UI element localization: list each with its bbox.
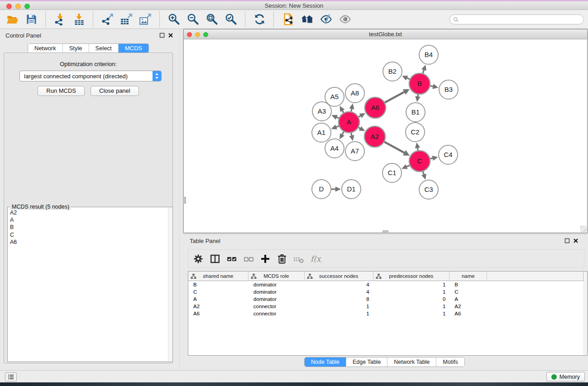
graph-edge-A-A7[interactable] (351, 133, 352, 136)
table-cell[interactable]: A2 (188, 303, 249, 310)
close-table-panel-icon[interactable] (573, 238, 578, 243)
graph-edge-A-A1[interactable] (336, 126, 339, 127)
table-cell[interactable]: dominator (249, 281, 305, 288)
table-cell[interactable]: 8 (305, 295, 373, 303)
table-cell[interactable] (487, 288, 583, 295)
close-panel-icon[interactable] (168, 33, 173, 38)
table-cell[interactable]: 1 (373, 281, 450, 288)
table-cell[interactable]: connector (249, 303, 305, 310)
graph-edge-C-C1[interactable] (406, 165, 409, 167)
table-cell[interactable]: 4 (305, 281, 373, 288)
network-hscroll-thumb[interactable] (382, 230, 388, 233)
result-scrollbar[interactable] (168, 208, 172, 361)
table-cell[interactable] (487, 295, 583, 303)
export-image-button[interactable] (138, 12, 153, 27)
float-table-panel-icon[interactable] (564, 238, 570, 243)
table-cell[interactable]: B (449, 281, 487, 288)
table-cell[interactable]: dominator (249, 295, 305, 303)
delete-column-button[interactable] (276, 253, 288, 265)
table-cell[interactable]: 1 (373, 303, 450, 310)
tab-edge-table[interactable]: Edge Table (346, 357, 387, 367)
home-button[interactable] (299, 12, 315, 27)
save-session-button[interactable] (24, 12, 39, 27)
tab-node-table[interactable]: Node Table (305, 357, 346, 367)
import-table-button[interactable] (71, 12, 86, 27)
table-cell[interactable] (487, 303, 583, 310)
table-row[interactable]: Cdominator41C (188, 288, 583, 295)
graph-edge-C-C3[interactable] (423, 172, 424, 175)
tab-select[interactable]: Select (89, 44, 119, 52)
table-cell[interactable]: A6 (188, 310, 249, 317)
table-row[interactable]: A6connector11A6 (188, 310, 583, 317)
zoom-out-button[interactable] (185, 12, 201, 27)
panel-divider[interactable] (179, 29, 180, 370)
tab-motifs[interactable]: Motifs (436, 357, 464, 367)
table-cell[interactable]: connector (249, 310, 305, 317)
column-header-successor-nodes[interactable]: successor nodes (305, 272, 373, 281)
import-network-button[interactable] (52, 12, 67, 27)
graph-edge-A2-C[interactable] (384, 142, 405, 153)
zoom-in-button[interactable] (166, 12, 182, 27)
tab-network[interactable]: Network (28, 44, 63, 52)
tab-mcds[interactable]: MCDS (119, 44, 148, 52)
table-cell[interactable] (487, 281, 583, 288)
network-vscroll-thumb[interactable] (183, 197, 186, 204)
table-cell[interactable]: 1 (305, 303, 373, 310)
criterion-select[interactable]: largest connected component (directed) (19, 71, 162, 81)
result-item[interactable]: B (10, 224, 167, 231)
table-cell[interactable]: A (188, 295, 249, 303)
refresh-button[interactable] (252, 12, 267, 27)
column-view-button[interactable] (209, 253, 221, 265)
resize-grip[interactable] (580, 226, 587, 232)
table-cell[interactable]: dominator (249, 288, 305, 295)
table-cell[interactable]: B (188, 281, 249, 288)
table-row[interactable]: Bdominator41B (188, 281, 583, 288)
result-item[interactable]: C (10, 231, 167, 238)
table-row[interactable]: A2connector11A2 (188, 303, 583, 310)
table-cell[interactable]: A2 (449, 303, 487, 310)
column-header-name[interactable]: name (449, 272, 487, 281)
graph-edge-B-B2[interactable] (406, 78, 410, 79)
column-header-shared-name[interactable]: shared name (188, 272, 249, 281)
table-cell[interactable]: 1 (373, 288, 450, 295)
export-network-button[interactable] (100, 12, 115, 27)
close-panel-button[interactable]: Close panel (91, 86, 139, 96)
table-cell[interactable]: 4 (305, 288, 373, 295)
float-panel-icon[interactable] (159, 33, 165, 38)
select-all-checks-button[interactable] (225, 253, 238, 265)
export-table-button[interactable] (119, 12, 134, 27)
table-cell[interactable]: C (188, 288, 249, 295)
network-window-titlebar[interactable]: testGlobe.txt (184, 29, 587, 39)
table-cell[interactable]: A6 (449, 310, 487, 317)
graph-edge-A6-B[interactable] (385, 92, 405, 103)
table-cell[interactable]: C (449, 288, 487, 295)
table-cell[interactable]: 1 (305, 310, 373, 317)
zoom-fit-button[interactable] (204, 12, 220, 27)
graph-edge-B-B3[interactable] (430, 86, 434, 86)
table-cell[interactable]: 0 (373, 295, 450, 303)
clear-checks-button[interactable] (242, 253, 255, 265)
column-header-MCDS-role[interactable]: MCDS role (249, 272, 305, 281)
open-session-button[interactable] (5, 12, 20, 27)
network-document-button[interactable] (280, 12, 296, 27)
zoom-selected-button[interactable] (223, 12, 239, 27)
result-item[interactable]: A2 (10, 209, 167, 216)
table-row[interactable]: Adominator80A (188, 295, 583, 303)
result-item[interactable]: A6 (10, 238, 167, 246)
column-header-predecessor-nodes[interactable]: predecessor nodes (373, 272, 450, 281)
graph-edge-A-A4[interactable] (342, 132, 344, 135)
graph-edge-A-A8[interactable] (351, 109, 352, 112)
add-column-button[interactable] (259, 253, 272, 265)
gear-button[interactable] (192, 253, 205, 265)
table-cell[interactable] (487, 310, 583, 317)
mcds-result-list[interactable]: A2ABCA6 (8, 208, 167, 361)
task-history-button[interactable] (5, 372, 17, 381)
network-canvas[interactable]: AA1A2A3A4A5A6A7A8BB1B2B3B4CC1C2C3C4DD1 (184, 40, 587, 233)
show-style-button[interactable] (318, 12, 334, 27)
tab-network-table[interactable]: Network Table (387, 357, 436, 367)
tab-style[interactable]: Style (63, 44, 89, 52)
search-input[interactable] (461, 15, 583, 24)
graph-edge-B-B4[interactable] (423, 70, 424, 73)
memory-button[interactable]: Memory (546, 372, 585, 381)
run-mcds-button[interactable]: Run MCDS (38, 86, 85, 96)
